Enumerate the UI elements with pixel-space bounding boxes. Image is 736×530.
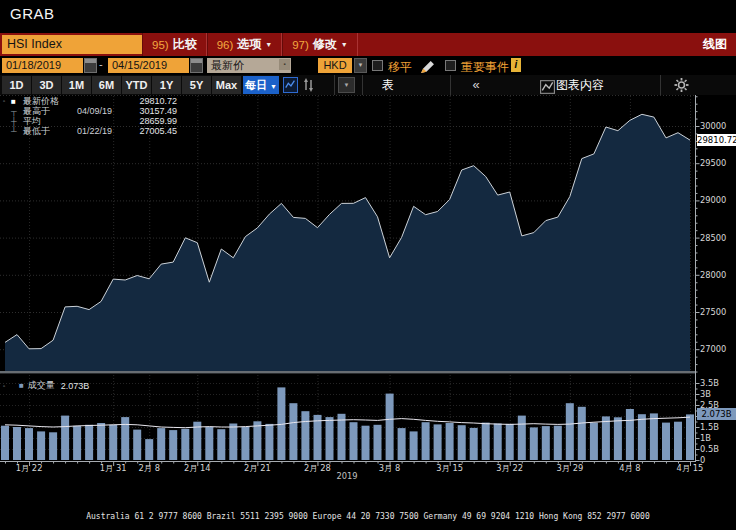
volume-bar <box>374 425 382 460</box>
options-button[interactable]: 96) 选项 ▼ <box>207 33 283 56</box>
volume-bar <box>362 426 370 460</box>
volume-bar <box>301 411 309 460</box>
volume-bar <box>133 430 141 460</box>
volume-bar <box>398 428 406 460</box>
volume-tick-label: 0.5B <box>700 444 719 454</box>
volume-bar <box>169 430 177 460</box>
volume-tick-label: 3B <box>700 389 711 399</box>
footer-contacts-line1: Australia 61 2 9777 8600 Brazil 5511 239… <box>0 511 736 523</box>
x-tick-label: 2月 8 <box>138 463 160 473</box>
edit-shortcut: 97) <box>292 39 309 51</box>
volume-bar <box>674 422 682 460</box>
chart-content-button[interactable]: 图表内容 <box>556 75 604 95</box>
tab-max[interactable]: Max <box>212 76 241 94</box>
calendar-icon[interactable] <box>84 58 97 73</box>
currency-dropdown[interactable]: HKD <box>318 58 352 73</box>
volume-bar <box>49 432 57 460</box>
x-tick-label: 4月 8 <box>619 463 641 473</box>
volume-bar <box>602 416 610 460</box>
period-dropdown[interactable]: 每日 ▼ <box>243 76 279 94</box>
volume-bar <box>265 424 273 460</box>
tab-1d[interactable]: 1D <box>2 76 31 94</box>
edit-label: 修改 <box>313 36 337 53</box>
volume-ma-line <box>5 417 690 428</box>
average-marker-icon: ┼ <box>11 117 23 126</box>
info-icon[interactable]: i <box>511 58 521 72</box>
volume-bar <box>289 403 297 460</box>
volume-bar <box>626 409 634 460</box>
volume-bar <box>205 427 213 460</box>
tab-3d[interactable]: 3D <box>32 76 61 94</box>
price-area <box>5 114 690 371</box>
price-tick-label: 28000 <box>700 270 726 280</box>
compare-button[interactable]: 95) 比较 <box>142 33 207 56</box>
legend-date: 01/22/19 <box>77 126 127 136</box>
terminal-footer: Australia 61 2 9777 8600 Brazil 5511 239… <box>0 487 736 530</box>
high-marker-icon: ┬ <box>11 107 23 116</box>
currency-caret-icon[interactable]: ▼ <box>354 58 367 73</box>
date-from-input[interactable]: 01/18/2019 <box>2 58 83 73</box>
volume-bar <box>590 423 598 460</box>
volume-bar <box>494 424 502 461</box>
table-button[interactable]: 表 <box>368 75 408 95</box>
volume-bar <box>566 403 574 460</box>
volume-bar <box>446 423 454 460</box>
price-legend: ▫ ■ 最新价格 29810.72 ┬ 最高于 04/09/19 30157.4… <box>3 96 177 136</box>
legend-row-low[interactable]: ┴ 最低于 01/22/19 27005.45 <box>3 126 177 136</box>
volume-legend-value: 2.073B <box>61 381 90 391</box>
edit-button[interactable]: 97) 修改 ▼ <box>282 33 358 56</box>
legend-value: 29810.72 <box>127 96 177 106</box>
volume-bar <box>542 426 550 460</box>
x-tick-label: 3月 29 <box>556 463 583 473</box>
volume-bar <box>326 417 334 460</box>
key-events-label: 重要事件 <box>461 59 509 76</box>
volume-bar <box>253 421 261 460</box>
volume-legend[interactable]: ▫ ■ 成交量 2.073B <box>3 379 89 392</box>
chevron-down-icon: ▼ <box>270 83 277 90</box>
volume-bar <box>61 416 69 460</box>
volume-bar <box>482 423 490 460</box>
calendar-icon[interactable] <box>190 58 203 73</box>
volume-bar <box>37 431 45 460</box>
chart-content-icon <box>540 79 555 95</box>
volume-bar <box>73 426 81 460</box>
volume-tick-label: 1.5B <box>700 422 719 432</box>
x-tick-label: 4月 15 <box>677 463 704 473</box>
tab-ytd[interactable]: YTD <box>122 76 151 94</box>
date-to-input[interactable]: 04/15/2019 <box>108 58 189 73</box>
ribbon-bar: HSI Index 95) 比较 96) 选项 ▼ 97) 修改 ▼ 线图 <box>0 33 736 56</box>
price-field-dropdown[interactable]: 最新价 ▪ <box>207 58 291 73</box>
chart-style-dropdown[interactable]: ▼ <box>338 77 355 93</box>
legend-value: 28659.99 <box>127 116 177 126</box>
volume-bar <box>578 407 586 460</box>
x-tick-label: 2月 14 <box>184 463 211 473</box>
last-volume-axis-tag: 2.073B <box>697 408 736 420</box>
period-label: 每日 <box>245 79 267 91</box>
volume-bar <box>217 429 225 460</box>
line-chart-icon[interactable] <box>283 77 298 93</box>
chevron-down-icon: ▼ <box>265 41 272 48</box>
tree-expand-icon[interactable]: ▫ <box>3 383 11 389</box>
key-events-checkbox[interactable] <box>445 60 456 71</box>
moving-avg-checkbox[interactable] <box>372 60 383 71</box>
volume-bar <box>350 422 358 460</box>
tab-1m[interactable]: 1M <box>62 76 91 94</box>
tab-6m[interactable]: 6M <box>92 76 121 94</box>
gear-icon[interactable] <box>674 77 689 93</box>
volume-bar <box>97 423 105 460</box>
tab-5y[interactable]: 5Y <box>182 76 211 94</box>
candlestick-icon[interactable] <box>301 77 316 93</box>
tab-1y[interactable]: 1Y <box>152 76 181 94</box>
volume-bar <box>229 424 237 461</box>
volume-bar <box>386 394 394 460</box>
pencil-icon[interactable] <box>420 59 435 75</box>
chart-type-label: 线图 <box>703 36 727 53</box>
x-tick-label: 1月 31 <box>100 463 127 473</box>
tree-expand-icon[interactable]: ▫ <box>3 98 11 104</box>
options-label: 选项 <box>237 36 261 53</box>
volume-bar <box>686 414 694 460</box>
security-input[interactable]: HSI Index <box>2 35 142 54</box>
collapse-panel-button[interactable]: « <box>466 75 486 94</box>
volume-bar <box>422 422 430 460</box>
legend-label: 最低于 <box>23 125 77 138</box>
